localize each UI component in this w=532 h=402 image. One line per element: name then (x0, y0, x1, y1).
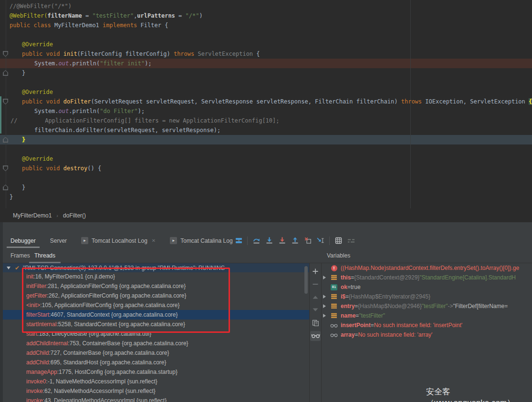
tab-tomcat-catalina-log[interactable]: ▸Tomcat Catalina Log✕ (166, 233, 245, 248)
frame-row[interactable]: addChildInternal:753, ContainerBase {org… (3, 339, 309, 348)
thread-collapse-icon[interactable] (7, 267, 10, 269)
bars-icon (330, 313, 338, 319)
frame-detail: :753, ContainerBase {org.apache.catalina… (68, 340, 188, 347)
variable-text: No such instance field: 'insertPoint' (374, 322, 462, 329)
layout-settings-icon[interactable] (347, 237, 355, 245)
code-token: { (529, 98, 532, 105)
tab-server[interactable]: Server (46, 233, 71, 248)
evaluate-expression-icon[interactable] (334, 237, 343, 245)
step-over-icon[interactable] (252, 237, 261, 245)
frame-row[interactable]: initFilter:281, ApplicationFilterConfig … (3, 281, 309, 291)
variable-text: = (345, 293, 349, 300)
frame-method: invoke0 (26, 378, 46, 385)
frame-row[interactable]: getFilter:262, ApplicationFilterConfig {… (3, 291, 309, 300)
duplicate-watch-icon[interactable] (310, 319, 321, 327)
add-watch-icon[interactable] (310, 267, 321, 276)
code-token: = (175, 12, 186, 19)
tab-threads[interactable]: Threads (29, 248, 61, 263)
run-to-cursor-icon[interactable] (316, 237, 325, 245)
frame-row[interactable]: <init>:105, ApplicationFilterConfig {org… (3, 300, 309, 310)
bars-icon (330, 303, 338, 309)
expand-arrow-icon[interactable] (323, 276, 326, 279)
code-token: public void (22, 51, 63, 57)
code-line-17: @Override (22, 154, 53, 164)
variable-row[interactable]: i$ = {HashMap$EntryIterator@2945} (322, 292, 532, 301)
close-icon[interactable]: ✕ (152, 238, 156, 243)
code-token: System. (34, 60, 59, 67)
breadcrumb-method[interactable]: doFilter() (63, 212, 86, 219)
thread-row[interactable]: ✔ "RMI TCP Connection(3)-127.0.0.1"@1,53… (3, 263, 309, 272)
frame-row[interactable]: startInternal:5258, StandardContext {org… (3, 320, 309, 329)
code-token: public class (10, 22, 54, 29)
bool-icon: 01 (330, 284, 338, 290)
frame-row[interactable]: addChild:727, ContainerBase {org.apache.… (3, 348, 309, 358)
step-into-icon[interactable] (265, 237, 273, 245)
variable-row[interactable]: 01ok = true (322, 282, 532, 292)
variable-text: insertPoint (341, 322, 371, 329)
frame-row[interactable]: start:183, LifecycleBase {org.apache.cat… (3, 329, 309, 339)
code-token: ); (145, 60, 151, 67)
code-editor[interactable]: //@WebFilter("/*")@WebFilter(filterName … (0, 0, 532, 208)
expand-arrow-icon[interactable] (323, 295, 326, 299)
frame-row[interactable]: invoke:62, NativeMethodAccessorImpl {sun… (3, 386, 309, 396)
variable-row[interactable]: !((HashMap.Node)standardContext.filterDe… (322, 263, 532, 273)
frame-detail: :281, ApplicationFilterConfig {org.apach… (46, 283, 186, 289)
frame-row[interactable]: invoke:43, DelegatingMethodAccessorImpl … (3, 396, 309, 402)
variable-text: No such instance field: 'array' (358, 331, 432, 338)
code-line-1: //@WebFilter("/*") (10, 1, 72, 11)
frame-row[interactable]: filterStart:4607, StandardContext {org.a… (3, 310, 309, 320)
code-token: "do Filter" (100, 108, 137, 114)
watch-icon (330, 323, 338, 328)
code-token: } (22, 184, 25, 191)
move-up-icon[interactable] (310, 293, 321, 301)
frame-detail: :62, NativeMethodAccessorImpl {sun.refle… (43, 388, 156, 394)
code-line-7: System.out.println("filter init"); (34, 59, 152, 68)
ide-window: { "editor": { "lines": [ {"n":1,"x":20,"… (0, 0, 532, 402)
variable-row[interactable]: insertPoint = No such instance field: 'i… (322, 320, 532, 330)
code-line-3: public class MyFilterDemo1 implements Fi… (10, 21, 168, 30)
thread-check-icon: ✔ (15, 265, 20, 271)
expand-arrow-icon[interactable] (323, 314, 326, 318)
code-token: urlPatterns (137, 12, 175, 19)
variable-row[interactable]: array = No such instance field: 'array' (322, 330, 532, 340)
frames-scrollbar[interactable] (304, 266, 308, 294)
variable-row[interactable]: name = "testFilter" (322, 311, 532, 320)
toolbar-separator (247, 237, 248, 245)
frame-detail: :4607, StandardContext {org.apache.catal… (49, 311, 178, 318)
drop-frame-icon[interactable] (303, 237, 312, 245)
show-watches-icon[interactable] (310, 331, 321, 340)
move-down-icon[interactable] (310, 306, 321, 314)
force-step-into-icon[interactable] (278, 237, 286, 245)
code-line-5: @Override (22, 40, 53, 49)
tab-label: Tomcat Localhost Log (92, 237, 147, 244)
frame-row[interactable]: invoke0:-1, NativeMethodAccessorImpl {su… (3, 377, 309, 386)
code-token: init (63, 51, 77, 57)
breadcrumb-class[interactable]: MyFilterDemo1 (13, 212, 52, 219)
expand-arrow-icon[interactable] (323, 304, 326, 308)
variable-row[interactable]: entry = {HashMap$Node@2946} "testFilter"… (322, 301, 532, 311)
frame-method: addChildInternal (26, 340, 68, 347)
hamburger-icon[interactable] (234, 237, 243, 245)
frame-method: <init> (26, 302, 40, 309)
frame-row[interactable]: addChild:695, StandardHost {org.apache.c… (3, 358, 309, 367)
tab-tomcat-localhost-log[interactable]: ▸Tomcat Localhost Log✕ (77, 233, 159, 248)
frame-detail: :5258, StandardContext {org.apache.catal… (56, 321, 185, 328)
frame-row[interactable]: init:16, MyFilterDemo1 {cn.jl.demo} (3, 272, 309, 281)
breadcrumb: MyFilterDemo1 › doFilter() (0, 208, 532, 222)
frame-detail: :183, LifecycleBase {org.apache.catalina… (37, 330, 151, 337)
remove-watch-icon[interactable] (310, 280, 321, 289)
tab-debugger[interactable]: Debugger (7, 233, 40, 248)
variable-text: name (341, 312, 355, 319)
variable-row[interactable]: this = {StandardContext@2929} "StandardE… (322, 273, 532, 282)
variable-text: {HashMap$EntryIterator@2945} (349, 293, 430, 300)
code-token: @WebFilter( (10, 12, 47, 19)
code-line-20: } (22, 183, 25, 192)
variable-text: "testFilter" (422, 303, 448, 309)
frame-row[interactable]: manageApp:1775, HostConfig {org.apache.c… (3, 367, 309, 377)
code-token: (ServletRequest servletRequest, ServletR… (91, 98, 401, 105)
frame-detail: :695, StandardHost {org.apache.catalina.… (49, 359, 166, 366)
code-token: filterChain.doFilter(servletRequest, ser… (34, 127, 220, 134)
step-out-icon[interactable] (291, 237, 299, 245)
code-token: throws (401, 98, 426, 105)
watch-icon (330, 332, 338, 338)
